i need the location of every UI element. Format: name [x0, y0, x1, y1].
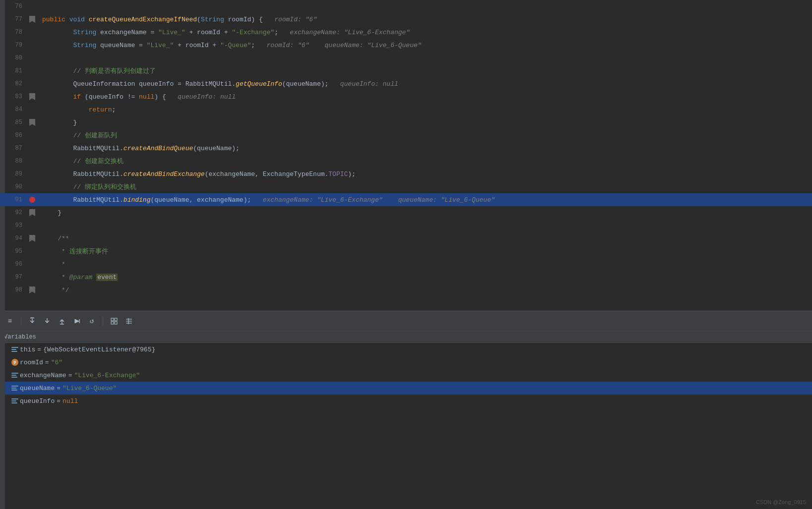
code-line: 79 String queueName = "Live_" + roomId +…: [0, 39, 812, 52]
gutter-83: [27, 93, 37, 100]
gutter-98: [27, 286, 37, 293]
code-line: 82 QueueInformation queueInfo = RabbitMQ…: [0, 77, 812, 90]
svg-rect-4: [115, 322, 117, 324]
code-line: 80: [0, 52, 812, 64]
toolbar-btn-refresh[interactable]: ↺: [86, 315, 98, 327]
var-val-this: {WebSocketEventListener@7965}: [43, 346, 155, 353]
variable-row-queueinfo[interactable]: queueInfo = null: [0, 395, 812, 407]
var-name-roomid: roomId: [20, 359, 43, 366]
code-line: 87 RabbitMQUtil.createAndBindQueue(queue…: [0, 142, 812, 155]
code-line: 77 public void createQueueAndExchangeIfN…: [0, 13, 812, 26]
toolbar-separator: [21, 317, 21, 326]
var-val-queuename: "Live_6-Queue": [62, 385, 117, 392]
code-line: 81 // 判断是否有队列创建过了: [0, 64, 812, 77]
code-line: 78 String exchangeName = "Live_" + roomI…: [0, 26, 812, 39]
code-line: 86 // 创建新队列: [0, 129, 812, 142]
param-highlight: event: [96, 274, 118, 281]
gutter-77: [27, 16, 37, 23]
bookmark-icon: [29, 286, 35, 293]
svg-rect-2: [115, 318, 117, 321]
code-line-highlighted: 91 RabbitMQUtil.binding(queueName, excha…: [0, 193, 812, 206]
code-line: 94 /**: [0, 232, 812, 245]
var-val-roomid: "6": [51, 359, 62, 366]
bookmark-icon: [29, 235, 35, 242]
code-line: 92 }: [0, 206, 812, 219]
code-line: 96 *: [0, 258, 812, 271]
gutter-85: [27, 119, 37, 126]
bookmark-icon: [29, 209, 35, 216]
svg-rect-1: [111, 318, 114, 321]
var-icon-lines4: [10, 396, 20, 406]
variable-row-exchangename[interactable]: exchangeName = "Live_6-Exchange": [0, 369, 812, 382]
code-line: 76: [0, 0, 812, 13]
toolbar-btn-grid[interactable]: [108, 315, 120, 327]
code-line: 85 }: [0, 116, 812, 129]
var-icon-p: p: [10, 357, 20, 367]
code-line: 84 return;: [0, 103, 812, 116]
toolbar-btn-step-out[interactable]: [56, 315, 68, 327]
variables-label: Variables: [4, 334, 36, 340]
toolbar-btn-run-to[interactable]: [71, 315, 83, 327]
gutter-92: [27, 209, 37, 216]
var-val-exchangename: "Live_6-Exchange": [74, 372, 140, 379]
code-editor: 76 77 public void createQueueAndExchange…: [0, 0, 812, 311]
toolbar-btn-columns[interactable]: [123, 315, 135, 327]
toolbar-btn-step-over[interactable]: [26, 315, 38, 327]
var-name-this: this: [20, 346, 35, 353]
gutter-94: [27, 235, 37, 242]
code-line: 88 // 创建新交换机: [0, 155, 812, 168]
toolbar-btn-menu[interactable]: ≡: [4, 315, 16, 327]
gutter-91: [27, 197, 37, 203]
svg-rect-3: [111, 322, 114, 324]
toolbar-separator: [103, 317, 103, 326]
var-val-queueinfo: null: [62, 397, 78, 405]
bookmark-icon: [29, 119, 35, 126]
code-line: 97 * @param event: [0, 271, 812, 283]
variable-row-this[interactable]: ▶ this = {WebSocketEventListener@7965}: [0, 343, 812, 356]
code-line: 89 RabbitMQUtil.createAndBindExchange(ex…: [0, 168, 812, 180]
code-line: 98 */: [0, 283, 812, 296]
code-line: 95 * 连接断开事件: [0, 245, 812, 258]
var-icon-lines2: [10, 370, 20, 380]
code-line: 90 // 绑定队列和交换机: [0, 180, 812, 193]
variables-header: Variables: [0, 331, 812, 343]
toolbar-btn-step-into[interactable]: [41, 315, 53, 327]
var-name-queuename: queueName: [20, 385, 55, 392]
code-lines: 76 77 public void createQueueAndExchange…: [0, 0, 812, 311]
code-line: 83 if (queueInfo != null) { queueInfo: n…: [0, 90, 812, 103]
variable-row-queuename[interactable]: queueName = "Live_6-Queue": [0, 382, 812, 395]
variable-row-roomid[interactable]: p roomId = "6": [0, 356, 812, 369]
var-icon-lines3: [10, 383, 20, 393]
breakpoint-icon: [29, 197, 35, 203]
debug-toolbar: ≡ ↺: [0, 311, 812, 331]
var-name-queueinfo: queueInfo: [20, 397, 55, 405]
code-line: 93: [0, 219, 812, 232]
variables-panel: Variables ▶ this = {WebSocketEventListen…: [0, 331, 812, 509]
watermark: CSDN @Zong_0915: [756, 499, 806, 505]
bookmark-icon: [29, 16, 35, 23]
bookmark-icon: [29, 93, 35, 100]
var-name-exchangename: exchangeName: [20, 372, 66, 379]
var-icon-lines: [10, 344, 20, 354]
